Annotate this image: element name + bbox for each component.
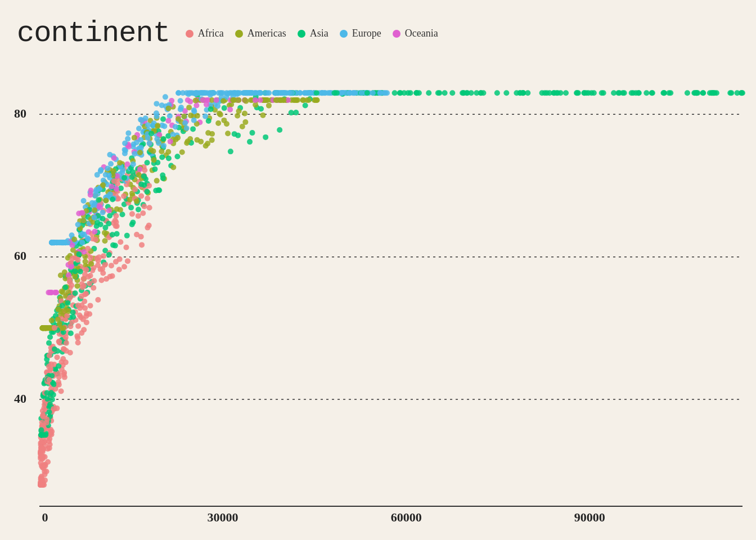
legend-item-europe: Europe (340, 28, 381, 39)
legend-dot-africa (186, 30, 194, 38)
legend-label-americas: Americas (248, 28, 286, 39)
legend-dot-oceania (393, 30, 400, 38)
legend-item-oceania: Oceania (393, 28, 438, 39)
legend-item-africa: Africa (186, 28, 224, 39)
chart-container: continent AfricaAmericasAsiaEuropeOceani… (0, 0, 756, 540)
legend-label-africa: Africa (198, 28, 224, 39)
legend-item-asia: Asia (298, 28, 328, 39)
legend-area: continent AfricaAmericasAsiaEuropeOceani… (17, 17, 438, 50)
legend-dot-europe (340, 30, 348, 38)
legend-label-europe: Europe (352, 28, 381, 39)
legend-items: AfricaAmericasAsiaEuropeOceania (186, 28, 438, 39)
legend-title: continent (17, 17, 170, 50)
legend-label-asia: Asia (310, 28, 328, 39)
legend-label-oceania: Oceania (405, 28, 438, 39)
legend-dot-asia (298, 30, 305, 38)
legend-item-americas: Americas (235, 28, 286, 39)
legend-dot-americas (235, 30, 243, 38)
